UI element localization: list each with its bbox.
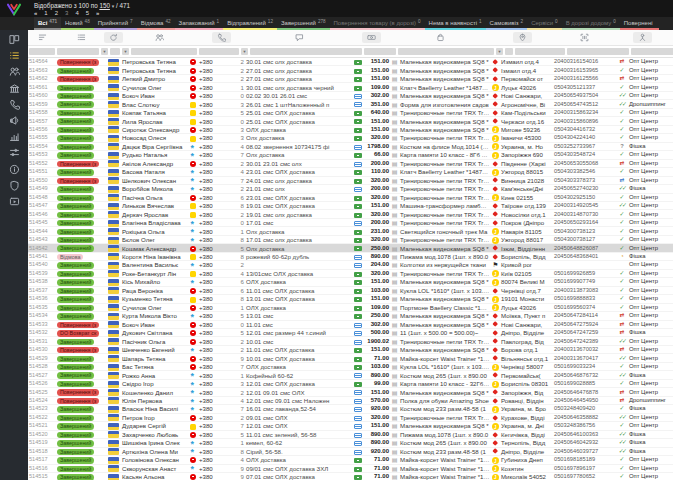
status-badge[interactable]: DO Возврат ск xyxy=(57,330,99,336)
table-row[interactable]: 514519 Завершений Шишкіна Ірина Олек +38… xyxy=(28,439,673,447)
tracking-number[interactable]: 20450647284114 xyxy=(553,312,616,319)
tracking-number[interactable]: 20400315860896 xyxy=(553,118,616,125)
status-badge[interactable]: Завершений xyxy=(57,474,94,480)
table-row[interactable]: 514552 Повернення (з Авілов Александр +3… xyxy=(28,160,673,168)
client-icon[interactable] xyxy=(150,32,169,43)
status-badge[interactable]: Повернення (з xyxy=(57,59,99,65)
products-icon[interactable] xyxy=(431,32,450,43)
tracking-number[interactable]: 20400314870730 xyxy=(553,211,616,218)
table-row[interactable]: 514542 Завершений Кошмак Александр +380 … xyxy=(28,244,673,252)
phone-number[interactable]: +380 xyxy=(198,177,232,184)
tab-Нема в наявності[interactable]: Нема в наявності 1 xyxy=(425,17,486,30)
table-row[interactable]: 514549 Завершений Воробйов Микола +380 2… xyxy=(28,185,673,193)
client-name[interactable]: Роке-Бетанкурт Лін xyxy=(121,270,189,277)
client-name[interactable]: Пасічник Ольга xyxy=(121,338,189,345)
status-badge[interactable]: Завершений xyxy=(57,203,94,209)
table-row[interactable]: 514563 Завершений Петровська Тетяна +380… xyxy=(28,66,673,74)
tracking-number[interactable]: 20450646100363 xyxy=(553,431,616,438)
tracking-number[interactable]: 20450652740230 xyxy=(553,185,616,192)
client-name[interactable]: Сиротюк Олександр xyxy=(121,126,189,133)
status-icon[interactable] xyxy=(33,32,52,43)
status-badge[interactable]: Завершений xyxy=(57,229,94,235)
status-badge[interactable]: Повернення (з xyxy=(57,398,99,404)
table-row[interactable]: 514562 Повернення (з Лепкий Дмитро +380 … xyxy=(28,75,673,83)
tracking-number[interactable]: 20450646358882 xyxy=(553,414,616,421)
tracking-number[interactable]: 20450646876732 xyxy=(553,372,616,379)
tracking-number[interactable]: 0504304416732 xyxy=(553,126,616,133)
status-badge[interactable]: Завершений xyxy=(57,135,94,141)
tab-Повернені[interactable]: Повернені xyxy=(620,17,659,30)
client-name[interactable]: Рожко Анна xyxy=(121,372,189,379)
filter-carrier[interactable] xyxy=(505,48,513,55)
phone-number[interactable]: +380 xyxy=(198,321,232,328)
phone-number[interactable]: +380 xyxy=(198,211,232,218)
tab-Запакований[interactable]: Запакований 1 xyxy=(175,17,224,30)
phone-number[interactable]: +380 xyxy=(198,465,232,472)
client-name[interactable]: Скворунская Анаст xyxy=(121,465,189,472)
tracking-number[interactable]: 0501697780652 xyxy=(553,473,616,480)
table-row[interactable]: 514520 Завершений Захарченко Любовь +380… xyxy=(28,431,673,439)
tracking-number[interactable]: 20400313670032 xyxy=(553,346,616,353)
phone-number[interactable]: +380 xyxy=(198,414,232,421)
status-badge[interactable]: Завершений xyxy=(57,110,94,116)
tab-В дорозі додому[interactable]: В дорозі додому 0 xyxy=(562,17,620,30)
client-name[interactable]: Раца Вероніка xyxy=(121,287,189,294)
phone-number[interactable]: +380 xyxy=(198,67,232,74)
table-row[interactable]: 514561 Завершений Сучилов Олег +380 1 30… xyxy=(28,83,673,91)
status-badge[interactable]: Завершений xyxy=(57,339,94,345)
tab-Відправлений[interactable]: Відправлений 12 xyxy=(223,17,277,30)
phone-number[interactable]: +380 xyxy=(198,422,232,429)
status-badge[interactable]: Завершений xyxy=(57,406,94,412)
client-name[interactable]: Воробйов Микола xyxy=(121,185,189,192)
client-name[interactable]: Кузьменко Тетяна xyxy=(121,295,189,302)
tracking-number[interactable]: 20450647275924 xyxy=(553,321,616,328)
client-name[interactable]: Бокоч Иван xyxy=(121,92,189,99)
phone-number[interactable]: +380 xyxy=(198,439,232,446)
tracking-number[interactable]: 0501699560374 xyxy=(553,304,616,311)
client-name[interactable]: Власюк Ніна Василі xyxy=(121,405,189,412)
phone-number[interactable]: +380 xyxy=(198,363,232,370)
tracking-number[interactable]: 20450646476878 xyxy=(553,389,616,396)
client-name[interactable]: Курта Микола Вікто xyxy=(121,312,189,319)
table-row[interactable]: 514523 Завершений Власюк Ніна Василі +38… xyxy=(28,405,673,413)
status-badge[interactable]: Завершений xyxy=(57,423,94,429)
client-name[interactable]: Дударев Сергій xyxy=(121,422,189,429)
status-badge[interactable]: Завершений xyxy=(57,449,94,455)
status-badge[interactable]: Завершений xyxy=(57,288,94,294)
phone-number[interactable]: +380 xyxy=(198,134,232,141)
table-row[interactable]: 514515 Завершений Касьян Альона +380 9 0… xyxy=(28,473,673,480)
filter-product-dropdown[interactable]: ▼ xyxy=(496,48,503,55)
status-badge[interactable]: Відмова xyxy=(57,254,83,260)
tracking-number[interactable]: 20400313670417 xyxy=(553,355,616,362)
phone-number[interactable]: +380 xyxy=(198,270,232,277)
tracking-number[interactable]: 0504304224140 xyxy=(553,134,616,141)
phone-number[interactable]: +380 xyxy=(198,278,232,285)
client-name[interactable]: Деркач Ярослав xyxy=(121,211,189,218)
tracking-number[interactable]: 0504305121337 xyxy=(553,84,616,91)
phone-number[interactable]: +380 xyxy=(198,185,232,192)
status-badge[interactable]: Завершений xyxy=(57,220,94,226)
client-name[interactable]: Валентина Васильє xyxy=(121,261,189,268)
filter-manager[interactable] xyxy=(631,48,673,55)
tracking-number[interactable]: 20400316154016 xyxy=(553,58,616,65)
table-row[interactable]: 514538 Завершений Кісь Михайло +380 6 ОЛ… xyxy=(28,278,673,286)
last-page-icon[interactable]: » xyxy=(96,10,99,16)
table-row[interactable]: 514517 Завершений Головінова Олексан +38… xyxy=(28,456,673,464)
tracking-number[interactable]: 0501698185189 xyxy=(553,456,616,463)
phone-number[interactable]: +380 xyxy=(198,372,232,379)
filter-location[interactable] xyxy=(515,48,565,55)
page-size-dropdown[interactable]: 150 xyxy=(99,2,110,9)
phone-number[interactable]: +380 xyxy=(198,448,232,455)
marketing-icon[interactable] xyxy=(6,115,22,126)
status-badge[interactable]: Завершений xyxy=(57,68,94,74)
tracking-number[interactable]: 20450653055068 xyxy=(553,160,616,167)
status-badge[interactable]: Завершений xyxy=(57,262,94,268)
phone-number[interactable]: +380 xyxy=(198,109,232,116)
tab-Відмова[interactable]: Відмова 42 xyxy=(137,17,175,30)
status-badge[interactable]: Завершений xyxy=(57,195,94,201)
table-row[interactable]: 514516 Завершений Скворунская Анаст +380… xyxy=(28,465,673,473)
tracking-number[interactable]: 20450650293164 xyxy=(553,219,616,226)
status-badge[interactable]: Завершений xyxy=(57,127,94,133)
status-badge[interactable]: Завершений xyxy=(57,101,94,107)
client-name[interactable]: Рудько Наталья xyxy=(121,151,189,158)
